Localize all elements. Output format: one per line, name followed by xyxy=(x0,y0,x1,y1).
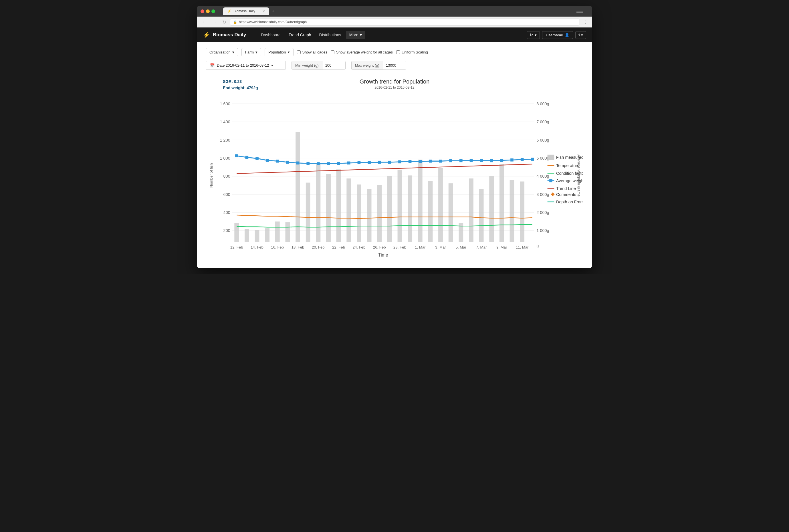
end-weight-value: End weight: 4792g xyxy=(223,85,258,91)
svg-line-59 xyxy=(237,164,532,174)
info-button[interactable]: ℹ ▾ xyxy=(575,31,586,39)
svg-rect-77 xyxy=(398,160,401,164)
refresh-button[interactable]: ↻ xyxy=(221,18,228,26)
tab-close-icon[interactable]: ✕ xyxy=(262,10,265,13)
farm-dropdown-icon: ▾ xyxy=(256,50,258,54)
nav-distributions[interactable]: Distributions xyxy=(316,31,345,39)
svg-rect-80 xyxy=(429,159,432,163)
svg-rect-72 xyxy=(347,162,351,165)
nav-more[interactable]: More ▾ xyxy=(346,31,365,39)
svg-rect-84 xyxy=(470,159,473,162)
svg-text:200: 200 xyxy=(223,228,230,233)
svg-rect-44 xyxy=(377,185,382,242)
show-all-cages-checkbox[interactable]: Show all cages xyxy=(297,50,327,54)
tab-bar: ⚡ Biomass Daily ✕ + xyxy=(223,7,569,16)
svg-marker-120 xyxy=(551,192,555,196)
more-dropdown-icon: ▾ xyxy=(360,33,362,37)
svg-text:7 000g: 7 000g xyxy=(537,119,549,124)
username-button[interactable]: Username 👤 xyxy=(542,31,573,39)
app-container: ⚡ Biomass Daily Dashboard Trend Graph Di… xyxy=(197,27,592,268)
uniform-scaling-label: Uniform Scaling xyxy=(402,50,428,54)
organisation-dropdown[interactable]: Organisation ▾ xyxy=(206,48,238,56)
svg-rect-86 xyxy=(490,159,493,163)
svg-rect-42 xyxy=(357,185,361,242)
farm-label: Farm xyxy=(245,50,254,54)
new-tab-button[interactable]: + xyxy=(269,7,277,16)
close-button[interactable] xyxy=(201,10,204,13)
svg-rect-57 xyxy=(510,180,514,242)
svg-text:1 200: 1 200 xyxy=(220,138,230,142)
svg-rect-45 xyxy=(387,176,392,242)
svg-rect-71 xyxy=(337,162,340,165)
population-dropdown[interactable]: Population ▾ xyxy=(265,48,293,56)
maximize-button[interactable] xyxy=(211,10,215,13)
max-weight-input[interactable] xyxy=(383,61,406,70)
svg-rect-41 xyxy=(346,178,351,242)
show-all-cages-input[interactable] xyxy=(297,50,301,54)
svg-rect-61 xyxy=(235,154,238,157)
svg-rect-74 xyxy=(368,161,371,164)
lock-icon: 🔒 xyxy=(233,20,237,24)
username-label: Username xyxy=(546,33,563,37)
svg-text:16. Feb: 16. Feb xyxy=(271,245,284,249)
svg-text:Average weight: Average weight xyxy=(556,178,583,183)
active-tab[interactable]: ⚡ Biomass Daily ✕ xyxy=(223,7,269,15)
max-weight-label: Max weight (g) xyxy=(352,61,383,70)
svg-text:2 000g: 2 000g xyxy=(537,210,549,215)
flag-button[interactable]: 🏳 ▾ xyxy=(527,31,540,39)
svg-rect-1 xyxy=(577,11,583,12)
uniform-scaling-input[interactable] xyxy=(396,50,400,54)
address-bar[interactable]: 🔒 https://www.biomassdaily.com/?#/trendg… xyxy=(230,19,579,25)
svg-text:Comments: Comments xyxy=(556,192,576,197)
tab-favicon-icon: ⚡ xyxy=(227,9,231,13)
uniform-scaling-checkbox[interactable]: Uniform Scaling xyxy=(396,50,428,54)
tab-title: Biomass Daily xyxy=(233,9,255,13)
navbar: ⚡ Biomass Daily Dashboard Trend Graph Di… xyxy=(197,27,592,42)
show-avg-weight-checkbox[interactable]: Show average weight for all cages xyxy=(331,50,393,54)
svg-text:5 000g: 5 000g xyxy=(537,156,549,160)
svg-rect-49 xyxy=(428,181,433,242)
svg-rect-43 xyxy=(367,189,372,242)
svg-rect-50 xyxy=(438,168,443,242)
svg-rect-83 xyxy=(459,159,463,163)
svg-rect-55 xyxy=(489,176,494,242)
sgr-value: SGR: 0.23 xyxy=(223,78,258,85)
svg-text:3. Mar: 3. Mar xyxy=(435,245,446,249)
date-range-button[interactable]: 📅 Date 2016-02-11 to 2016-03-12 ▾ xyxy=(206,61,286,70)
svg-rect-69 xyxy=(317,162,320,165)
svg-rect-73 xyxy=(358,161,361,164)
svg-rect-109 xyxy=(548,155,555,160)
svg-rect-85 xyxy=(480,159,483,162)
svg-rect-116 xyxy=(549,179,552,183)
chart-header: Growth trend for Population 2016-02-11 t… xyxy=(206,78,583,90)
farm-dropdown[interactable]: Farm ▾ xyxy=(241,48,261,56)
options-bar: 📅 Date 2016-02-11 to 2016-03-12 ▾ Min we… xyxy=(206,61,583,70)
info-icon: ℹ xyxy=(579,33,580,37)
browser-menu-button[interactable]: ⋮ xyxy=(582,19,589,25)
svg-rect-31 xyxy=(245,229,249,242)
min-weight-label: Min weight (g) xyxy=(292,61,322,70)
svg-text:Number of fish: Number of fish xyxy=(209,163,213,188)
forward-button[interactable]: → xyxy=(210,18,218,26)
svg-rect-66 xyxy=(286,161,289,164)
svg-text:14. Feb: 14. Feb xyxy=(250,245,263,249)
chart-svg: 1 600 1 400 1 200 1 000 800 600 400 200 … xyxy=(206,92,583,259)
nav-dashboard[interactable]: Dashboard xyxy=(258,31,284,39)
content: Organisation ▾ Farm ▾ Population ▾ Show … xyxy=(197,42,592,268)
show-avg-weight-input[interactable] xyxy=(331,50,334,54)
chart-subtitle: 2016-02-11 to 2016-03-12 xyxy=(206,86,583,90)
svg-text:9. Mar: 9. Mar xyxy=(496,245,507,249)
nav-trendgraph[interactable]: Trend Graph xyxy=(285,31,315,39)
svg-rect-82 xyxy=(449,159,452,163)
svg-text:Depth on Frame: Depth on Frame xyxy=(556,200,583,204)
svg-rect-2 xyxy=(577,12,583,13)
svg-text:20. Feb: 20. Feb xyxy=(312,245,325,249)
svg-rect-32 xyxy=(255,230,260,242)
min-weight-input[interactable] xyxy=(322,61,345,70)
minimize-button[interactable] xyxy=(206,10,210,13)
svg-text:18. Feb: 18. Feb xyxy=(292,245,304,249)
svg-rect-63 xyxy=(256,157,259,160)
svg-text:g: g xyxy=(537,243,539,248)
back-button[interactable]: ← xyxy=(200,18,208,26)
svg-text:Temperature: Temperature xyxy=(556,163,579,168)
